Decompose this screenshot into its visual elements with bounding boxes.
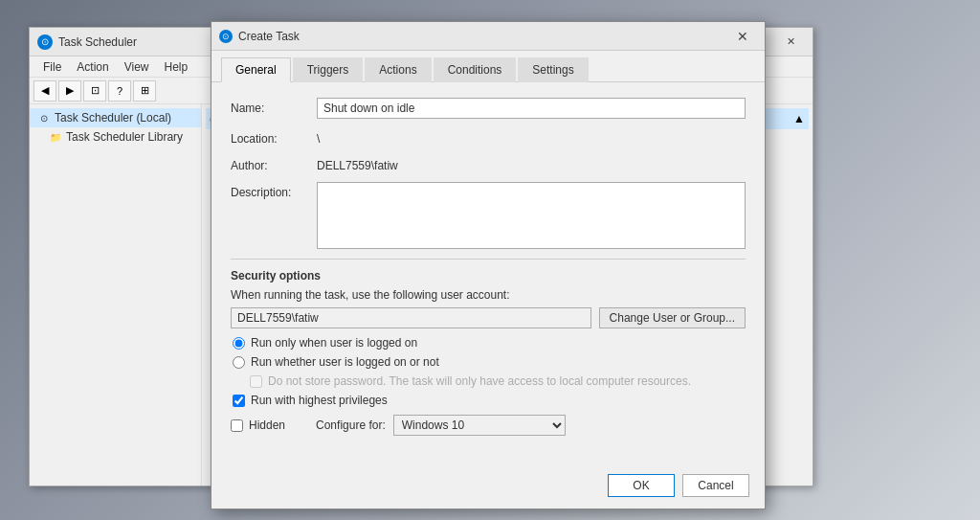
- radio-logged-on-or-not-label: Run whether user is logged on or not: [251, 355, 439, 369]
- scrollbar-up-icon[interactable]: ▲: [793, 112, 805, 125]
- sidebar-item-local[interactable]: ⊙ Task Scheduler (Local): [30, 108, 201, 127]
- menu-view[interactable]: View: [117, 58, 157, 76]
- radio-logged-on-row: Run only when user is logged on: [233, 336, 746, 350]
- user-account-input[interactable]: [231, 307, 591, 328]
- do-not-store-password-label: Do not store password. The task will onl…: [268, 374, 691, 388]
- section-divider: [231, 259, 746, 260]
- tab-triggers[interactable]: Triggers: [293, 57, 364, 82]
- run-with-privileges-checkbox[interactable]: [233, 395, 245, 407]
- hidden-label: Hidden: [249, 418, 285, 432]
- cancel-button[interactable]: Cancel: [682, 474, 749, 497]
- radio-logged-on-or-not[interactable]: [233, 356, 245, 369]
- menu-action[interactable]: Action: [69, 58, 116, 76]
- hidden-checkbox[interactable]: [231, 419, 243, 432]
- author-row: Author: DELL7559\fatiw: [231, 155, 746, 172]
- sidebar: ⊙ Task Scheduler (Local) 📁 Task Schedule…: [30, 104, 202, 486]
- sidebar-item-library[interactable]: 📁 Task Scheduler Library: [30, 127, 201, 147]
- user-account-label: When running the task, use the following…: [231, 288, 746, 302]
- change-user-button[interactable]: Change User or Group...: [599, 307, 746, 328]
- tab-actions[interactable]: Actions: [365, 57, 431, 82]
- menu-help[interactable]: Help: [157, 58, 196, 76]
- author-value: DELL7559\fatiw: [317, 155, 746, 172]
- help-button[interactable]: ?: [108, 80, 131, 102]
- run-with-privileges-label: Run with highest privileges: [251, 394, 388, 407]
- tab-conditions[interactable]: Conditions: [434, 57, 517, 82]
- task-scheduler-icon: ⊙: [37, 34, 53, 50]
- close-button[interactable]: ✕: [776, 33, 805, 52]
- do-not-store-password-row: Do not store password. The task will onl…: [250, 374, 746, 388]
- radio-logged-on-label: Run only when user is logged on: [251, 336, 417, 350]
- dialog-title: Create Task: [238, 30, 728, 43]
- do-not-store-password-checkbox[interactable]: [250, 375, 262, 388]
- local-icon: ⊙: [37, 111, 51, 124]
- description-row: Description:: [231, 182, 746, 249]
- security-section-title: Security options: [231, 269, 746, 283]
- location-value: \: [317, 128, 746, 146]
- security-row: Change User or Group...: [231, 307, 746, 328]
- dialog-icon: ⊙: [219, 30, 233, 43]
- run-with-privileges-row: Run with highest privileges: [233, 394, 746, 407]
- author-label: Author:: [231, 155, 317, 172]
- configure-for-select[interactable]: Windows 10 Windows 7 Windows Vista Windo…: [393, 415, 566, 436]
- sidebar-item-library-label: Task Scheduler Library: [66, 130, 183, 144]
- dialog-close-button[interactable]: ✕: [728, 27, 757, 46]
- name-input[interactable]: [317, 98, 746, 119]
- sidebar-item-local-label: Task Scheduler (Local): [55, 111, 171, 124]
- description-label: Description:: [231, 182, 317, 199]
- configure-for-label: Configure for:: [316, 418, 386, 432]
- tab-general[interactable]: General: [221, 57, 291, 82]
- dialog-tabs: General Triggers Actions Conditions Sett…: [212, 51, 765, 82]
- location-label: Location:: [231, 128, 317, 146]
- menu-file[interactable]: File: [35, 58, 69, 76]
- dialog-body: Name: Location: \ Author: DELL7559\fatiw…: [212, 82, 765, 451]
- bottom-options: Hidden Configure for: Windows 10 Windows…: [231, 415, 746, 436]
- radio-logged-on[interactable]: [233, 337, 245, 350]
- radio-logged-on-or-not-row: Run whether user is logged on or not: [233, 355, 746, 369]
- location-row: Location: \: [231, 128, 746, 146]
- ok-button[interactable]: OK: [608, 474, 675, 497]
- create-task-dialog: ⊙ Create Task ✕ General Triggers Actions…: [211, 21, 766, 509]
- name-label: Name:: [231, 98, 317, 115]
- forward-button[interactable]: ▶: [58, 80, 81, 102]
- back-button[interactable]: ◀: [33, 80, 56, 102]
- tab-settings[interactable]: Settings: [518, 57, 588, 82]
- dialog-titlebar: ⊙ Create Task ✕: [212, 22, 765, 51]
- description-input[interactable]: [317, 182, 746, 249]
- library-icon: 📁: [49, 130, 62, 144]
- dialog-footer: OK Cancel: [608, 474, 749, 497]
- new-button[interactable]: ⊞: [133, 80, 156, 102]
- refresh-button[interactable]: ⊡: [83, 80, 106, 102]
- name-row: Name:: [231, 98, 746, 119]
